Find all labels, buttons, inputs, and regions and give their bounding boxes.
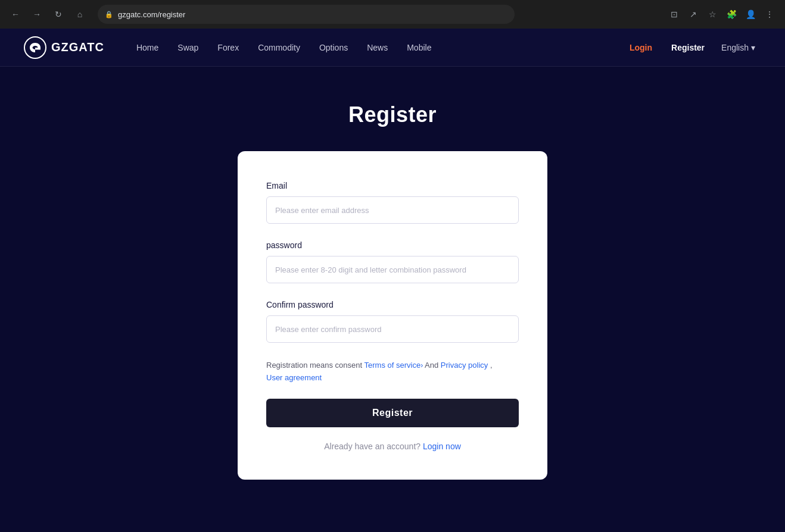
terms-prefix: Registration means consent — [266, 361, 365, 370]
user-agreement-link[interactable]: User agreement — [266, 373, 322, 382]
reload-button[interactable]: ↻ — [50, 6, 67, 23]
navbar: GZGATC Home Swap Forex Commodity Options… — [0, 29, 785, 67]
email-label: Email — [266, 181, 519, 190]
terms-text: Registration means consent Terms of serv… — [266, 359, 519, 384]
logo-icon — [24, 36, 46, 59]
logo[interactable]: GZGATC — [24, 36, 104, 59]
page-title: Register — [348, 102, 437, 127]
url-text: gzgatc.com/register — [118, 10, 185, 19]
nav-right: Login Register English ▾ — [621, 39, 761, 56]
nav-register[interactable]: Register — [663, 39, 713, 56]
language-label: English — [721, 43, 749, 52]
nav-forex[interactable]: Forex — [209, 39, 247, 56]
home-button[interactable]: ⌂ — [71, 6, 88, 23]
browser-actions: ⊡ ↗ ☆ 🧩 👤 ⋮ — [666, 6, 778, 23]
nav-commodity[interactable]: Commodity — [250, 39, 309, 56]
nav-links: Home Swap Forex Commodity Options News M… — [128, 39, 621, 56]
confirm-password-form-group: Confirm password — [266, 300, 519, 343]
menu-button[interactable]: ⋮ — [761, 6, 778, 23]
main-content: Register Email password Confirm password… — [0, 67, 785, 532]
extensions-button[interactable]: 🧩 — [723, 6, 740, 23]
register-form-card: Email password Confirm password Registra… — [238, 151, 547, 480]
share-button[interactable]: ↗ — [685, 6, 702, 23]
nav-home[interactable]: Home — [128, 39, 167, 56]
nav-login[interactable]: Login — [621, 39, 661, 56]
profile-button[interactable]: 👤 — [742, 6, 759, 23]
password-input[interactable] — [266, 256, 519, 283]
login-now-link[interactable]: Login now — [423, 442, 461, 451]
nav-mobile[interactable]: Mobile — [398, 39, 440, 56]
privacy-policy-link[interactable]: Privacy policy — [441, 361, 488, 370]
logo-text: GZGATC — [51, 40, 104, 54]
chevron-down-icon: ▾ — [751, 43, 755, 52]
forward-button[interactable]: → — [29, 6, 45, 23]
terms-and: And — [423, 361, 441, 370]
register-button[interactable]: Register — [266, 399, 519, 427]
browser-chrome: ← → ↻ ⌂ 🔒 gzgatc.com/register ⊡ ↗ ☆ 🧩 👤 … — [0, 0, 785, 29]
address-bar[interactable]: 🔒 gzgatc.com/register — [98, 5, 515, 24]
lock-icon: 🔒 — [105, 11, 113, 18]
terms-comma: , — [488, 361, 492, 370]
password-label: password — [266, 240, 519, 250]
nav-options[interactable]: Options — [311, 39, 356, 56]
screenshot-button[interactable]: ⊡ — [666, 6, 683, 23]
terms-of-service-link[interactable]: Terms of service — [365, 361, 421, 370]
password-form-group: password — [266, 240, 519, 283]
language-selector[interactable]: English ▾ — [715, 39, 761, 56]
nav-news[interactable]: News — [359, 39, 396, 56]
bookmark-button[interactable]: ☆ — [704, 6, 721, 23]
login-prompt-text: Already have an account? — [324, 442, 420, 451]
confirm-password-input[interactable] — [266, 315, 519, 343]
nav-swap[interactable]: Swap — [169, 39, 207, 56]
email-input[interactable] — [266, 196, 519, 224]
back-button[interactable]: ← — [7, 6, 24, 23]
confirm-password-label: Confirm password — [266, 300, 519, 309]
login-prompt: Already have an account? Login now — [266, 442, 519, 451]
email-form-group: Email — [266, 181, 519, 224]
